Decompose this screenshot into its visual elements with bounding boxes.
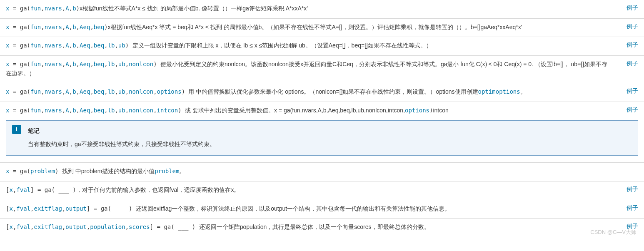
code-keyword: options [405,107,429,114]
code-text: ] = ga( ___ ) [30,186,76,193]
code-text: = ga( [9,24,30,30]
code-text: ] = ga( ___ ) [87,205,136,212]
code-keyword: output [65,224,87,230]
code-keyword: nvars [45,5,62,12]
syntax-entry: 例子x = ga(fun,nvars,A,b,Aeq,beq,lb,ub,non… [0,83,644,102]
code-keyword: fun [30,107,41,114]
description-text: x根据fun线性Aeq*x 等式 = beq和 A*x ≤ 找到 的局部最小值b… [108,24,522,30]
code-text: , [153,107,157,114]
code-text: , [90,107,93,114]
code-text: = ga( [9,5,30,12]
example-link[interactable]: 例子 [627,222,638,231]
code-text: , [115,88,118,95]
code-text: , [41,5,44,12]
example-link[interactable]: 例子 [627,3,638,12]
code-text: , [125,61,129,67]
code-text: , [69,61,72,67]
code-keyword: fun [30,42,41,49]
code-text: , [41,61,44,67]
code-keyword: Aeq [80,88,90,95]
doc-link[interactable]: optimoptions [478,88,520,95]
description-text: ，对于任何先前的输入参数，也返回fval，适应度函数的值在x。 [76,186,240,193]
code-text: , [115,107,118,114]
code-text: ) [55,168,62,174]
code-text: , [104,61,107,67]
code-keyword: ub [118,107,125,114]
description-text: 用 中的值替换默认优化参数来最小化 options。（nonlcon=[]如果不… [188,88,478,95]
example-link[interactable]: 例子 [627,87,638,96]
code-keyword: options [157,88,182,95]
code-keyword: b [72,88,76,95]
code-keyword: nvars [45,42,62,49]
code-keyword: A [65,107,69,114]
code-text: = ga( [9,42,30,49]
code-text: , [76,42,80,49]
code-keyword: b [72,61,76,67]
code-keyword: beq [94,61,104,67]
code-keyword: Aeq [80,61,90,67]
code-text: , [115,61,118,67]
code-keyword: intcon [157,107,178,114]
code-keyword: Aeq [80,107,90,114]
syntax-entry: 例子x = ga(fun,nvars,A,b,Aeq,beq)x根据fun线性A… [0,18,644,37]
description-text: 找到 中problem描述的结构的最小值 [62,168,155,174]
note-box: i笔记当有整数约束时，ga不接受非线性等式约束，只接受非线性不等式约束。 [6,120,638,156]
syntax-entry: 例子x = ga(fun,nvars,A,b)x根据fun线性不等式A*x ≤ … [0,0,644,18]
code-keyword: A [65,61,69,67]
code-text: ) [178,107,185,114]
example-link[interactable]: 例子 [627,185,638,194]
code-text: , [90,42,93,49]
code-text: , [125,107,129,114]
code-text: , [69,107,72,114]
example-link[interactable]: 例子 [627,22,638,31]
code-text: , [76,61,80,67]
code-text: = ga( [9,107,30,114]
example-link[interactable]: 例子 [627,204,638,213]
code-keyword: exitflag [34,205,62,212]
code-text: ) [153,61,160,67]
code-keyword: nonlcon [129,88,153,95]
code-keyword: b [72,42,76,49]
syntax-entry: 例子x = ga(fun,nvars,A,b,Aeq,beq,lb,ub,non… [0,55,644,83]
code-keyword: A [65,42,69,49]
doc-link[interactable]: problem [155,168,179,174]
code-text: , [90,88,93,95]
syntax-entry: 例子[x,fval,exitflag,output] = ga( ___ ) 还… [0,200,644,219]
example-link[interactable]: 例子 [627,40,638,50]
code-text: , [41,107,44,114]
code-text: , [104,88,107,95]
example-link[interactable]: 例子 [627,59,638,68]
code-keyword: A [65,24,69,30]
description-text: 或 要求中列出的变量采用整数值。x = ga(fun,nvars,A,b,Aeq… [185,107,405,114]
code-keyword: fval [16,186,30,193]
syntax-line: x = ga(fun,nvars,A,b,Aeq,beq,lb,ub,nonlc… [6,60,638,78]
code-text: ) [125,42,132,49]
syntax-line: x = ga(fun,nvars,A,b,Aeq,beq,lb,ub) 定义一组… [6,41,638,50]
code-keyword: x [9,186,12,193]
code-text: = ga( [9,168,30,174]
code-text: , [69,88,72,95]
code-keyword: beq [94,107,104,114]
code-text: , [153,88,157,95]
code-keyword: nvars [45,107,62,114]
code-keyword: lb [108,42,115,49]
code-keyword: ub [118,88,125,95]
code-keyword: beq [94,88,104,95]
code-keyword: ub [118,42,125,49]
code-text: = ga( [9,61,30,67]
code-keyword: nvars [45,61,62,67]
syntax-line: [x,fval] = ga( ___ )，对于任何先前的输入参数，也返回fval… [6,186,638,195]
code-keyword: A [65,5,69,12]
code-keyword: b [72,24,76,30]
example-link[interactable]: 例子 [627,105,638,114]
code-keyword: A [65,88,69,95]
code-keyword: fun [30,88,41,95]
code-text: , [69,42,72,49]
note-body: 当有整数约束时，ga不接受非线性等式约束，只接受非线性不等式约束。 [28,140,630,149]
description-text: 。 [179,168,185,174]
code-text: , [90,24,93,30]
syntax-entry: 例子[x,fval,exitflag,output,population,sco… [0,218,644,237]
code-keyword: nvars [45,88,62,95]
code-keyword: fun [30,24,41,30]
syntax-entry: 例子x = ga(fun,nvars,A,b,Aeq,beq,lb,ub) 定义… [0,37,644,55]
